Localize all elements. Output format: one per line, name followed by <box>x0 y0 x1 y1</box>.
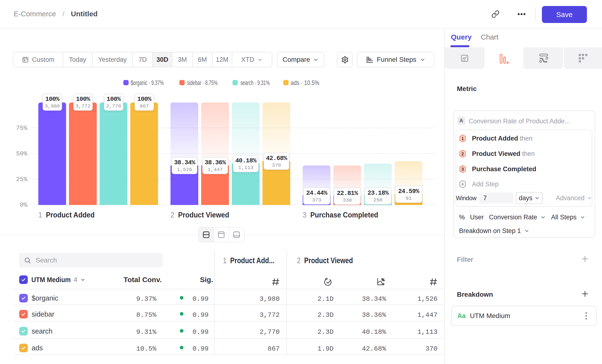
svg-text:3: 3 <box>462 167 464 172</box>
svg-text:1: 1 <box>462 136 464 141</box>
svg-text:2: 2 <box>462 152 464 156</box>
